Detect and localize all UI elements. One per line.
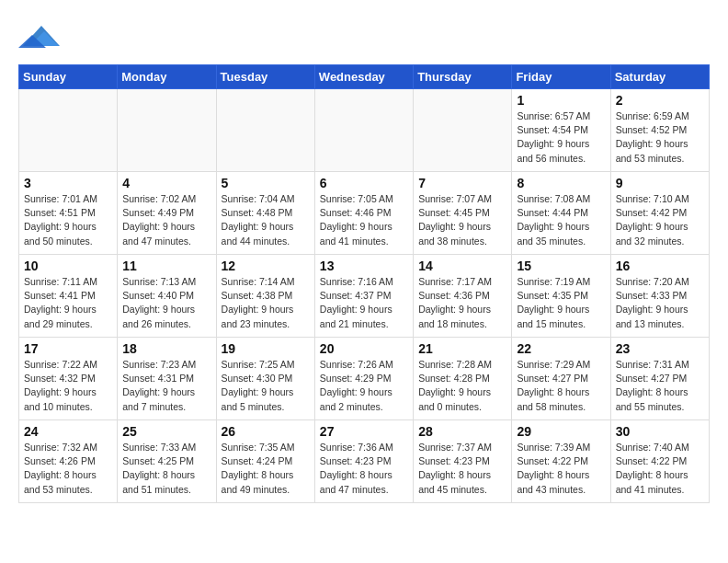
weekday-header-friday: Friday: [512, 65, 610, 89]
calendar-cell: 13Sunrise: 7:16 AM Sunset: 4:37 PM Dayli…: [314, 255, 413, 338]
day-info: Sunrise: 7:33 AM Sunset: 4:25 PM Dayligh…: [122, 441, 210, 497]
weekday-header-thursday: Thursday: [414, 65, 512, 89]
day-info: Sunrise: 7:28 AM Sunset: 4:28 PM Dayligh…: [418, 358, 506, 414]
calendar-cell: 27Sunrise: 7:36 AM Sunset: 4:23 PM Dayli…: [314, 420, 413, 503]
logo: [18, 18, 68, 55]
calendar-cell: 9Sunrise: 7:10 AM Sunset: 4:42 PM Daylig…: [610, 172, 709, 255]
day-info: Sunrise: 7:20 AM Sunset: 4:33 PM Dayligh…: [616, 275, 704, 331]
day-number: 11: [122, 259, 210, 273]
calendar-table: SundayMondayTuesdayWednesdayThursdayFrid…: [18, 64, 710, 503]
calendar-cell: [414, 89, 512, 172]
calendar-cell: 26Sunrise: 7:35 AM Sunset: 4:24 PM Dayli…: [216, 420, 314, 503]
day-number: 22: [517, 341, 605, 356]
week-row-0: 1Sunrise: 6:57 AM Sunset: 4:54 PM Daylig…: [19, 89, 710, 172]
calendar-cell: 28Sunrise: 7:37 AM Sunset: 4:23 PM Dayli…: [414, 420, 512, 503]
day-number: 7: [418, 176, 506, 190]
day-number: 24: [24, 424, 112, 439]
day-info: Sunrise: 7:05 AM Sunset: 4:46 PM Dayligh…: [320, 192, 408, 248]
day-number: 20: [320, 341, 408, 356]
calendar-cell: 2Sunrise: 6:59 AM Sunset: 4:52 PM Daylig…: [610, 89, 709, 172]
day-info: Sunrise: 7:35 AM Sunset: 4:24 PM Dayligh…: [222, 441, 310, 497]
day-number: 23: [616, 341, 704, 356]
day-info: Sunrise: 7:04 AM Sunset: 4:48 PM Dayligh…: [222, 192, 310, 248]
page-header: [18, 18, 710, 55]
day-info: Sunrise: 7:08 AM Sunset: 4:44 PM Dayligh…: [517, 192, 605, 248]
day-number: 14: [418, 259, 506, 273]
weekday-header-row: SundayMondayTuesdayWednesdayThursdayFrid…: [19, 65, 710, 89]
day-info: Sunrise: 7:26 AM Sunset: 4:29 PM Dayligh…: [320, 358, 408, 414]
calendar-cell: 8Sunrise: 7:08 AM Sunset: 4:44 PM Daylig…: [512, 172, 610, 255]
week-row-3: 17Sunrise: 7:22 AM Sunset: 4:32 PM Dayli…: [19, 338, 710, 420]
calendar-cell: 20Sunrise: 7:26 AM Sunset: 4:29 PM Dayli…: [314, 338, 413, 420]
day-number: 9: [616, 176, 704, 190]
calendar-cell: 22Sunrise: 7:29 AM Sunset: 4:27 PM Dayli…: [512, 338, 610, 420]
weekday-header-saturday: Saturday: [610, 65, 709, 89]
day-number: 15: [517, 259, 605, 273]
calendar-cell: 14Sunrise: 7:17 AM Sunset: 4:36 PM Dayli…: [414, 255, 512, 338]
logo-icon: [18, 18, 64, 55]
calendar-cell: 19Sunrise: 7:25 AM Sunset: 4:30 PM Dayli…: [216, 338, 314, 420]
calendar-cell: 15Sunrise: 7:19 AM Sunset: 4:35 PM Dayli…: [512, 255, 610, 338]
day-info: Sunrise: 7:11 AM Sunset: 4:41 PM Dayligh…: [24, 275, 112, 331]
calendar-cell: 30Sunrise: 7:40 AM Sunset: 4:22 PM Dayli…: [610, 420, 709, 503]
day-number: 28: [418, 424, 506, 439]
weekday-header-sunday: Sunday: [19, 65, 118, 89]
calendar-cell: 21Sunrise: 7:28 AM Sunset: 4:28 PM Dayli…: [414, 338, 512, 420]
day-number: 5: [222, 176, 310, 190]
calendar-cell: 18Sunrise: 7:23 AM Sunset: 4:31 PM Dayli…: [118, 338, 216, 420]
day-info: Sunrise: 7:23 AM Sunset: 4:31 PM Dayligh…: [122, 358, 210, 414]
day-info: Sunrise: 7:29 AM Sunset: 4:27 PM Dayligh…: [517, 358, 605, 414]
calendar-cell: [118, 89, 216, 172]
weekday-header-monday: Monday: [118, 65, 216, 89]
day-info: Sunrise: 7:13 AM Sunset: 4:40 PM Dayligh…: [122, 275, 210, 331]
day-info: Sunrise: 7:14 AM Sunset: 4:38 PM Dayligh…: [222, 275, 310, 331]
day-info: Sunrise: 7:32 AM Sunset: 4:26 PM Dayligh…: [24, 441, 112, 497]
calendar-cell: 1Sunrise: 6:57 AM Sunset: 4:54 PM Daylig…: [512, 89, 610, 172]
day-number: 10: [24, 259, 112, 273]
day-number: 30: [616, 424, 704, 439]
day-info: Sunrise: 6:57 AM Sunset: 4:54 PM Dayligh…: [517, 109, 605, 166]
day-info: Sunrise: 7:02 AM Sunset: 4:49 PM Dayligh…: [122, 192, 210, 248]
week-row-4: 24Sunrise: 7:32 AM Sunset: 4:26 PM Dayli…: [19, 420, 710, 503]
day-info: Sunrise: 7:37 AM Sunset: 4:23 PM Dayligh…: [418, 441, 506, 497]
day-number: 6: [320, 176, 408, 190]
calendar-cell: [216, 89, 314, 172]
calendar-cell: 29Sunrise: 7:39 AM Sunset: 4:22 PM Dayli…: [512, 420, 610, 503]
calendar-cell: [19, 89, 118, 172]
day-number: 12: [222, 259, 310, 273]
day-number: 1: [517, 93, 605, 108]
day-number: 4: [122, 176, 210, 190]
calendar-cell: 10Sunrise: 7:11 AM Sunset: 4:41 PM Dayli…: [19, 255, 118, 338]
calendar-cell: 23Sunrise: 7:31 AM Sunset: 4:27 PM Dayli…: [610, 338, 709, 420]
day-number: 13: [320, 259, 408, 273]
day-number: 3: [24, 176, 112, 190]
calendar-cell: 3Sunrise: 7:01 AM Sunset: 4:51 PM Daylig…: [19, 172, 118, 255]
day-number: 19: [222, 341, 310, 356]
calendar-cell: 11Sunrise: 7:13 AM Sunset: 4:40 PM Dayli…: [118, 255, 216, 338]
day-info: Sunrise: 7:39 AM Sunset: 4:22 PM Dayligh…: [517, 441, 605, 497]
day-info: Sunrise: 7:19 AM Sunset: 4:35 PM Dayligh…: [517, 275, 605, 331]
calendar-cell: 7Sunrise: 7:07 AM Sunset: 4:45 PM Daylig…: [414, 172, 512, 255]
calendar-cell: 6Sunrise: 7:05 AM Sunset: 4:46 PM Daylig…: [314, 172, 413, 255]
day-info: Sunrise: 7:25 AM Sunset: 4:30 PM Dayligh…: [222, 358, 310, 414]
day-info: Sunrise: 7:40 AM Sunset: 4:22 PM Dayligh…: [616, 441, 704, 497]
day-number: 16: [616, 259, 704, 273]
calendar-cell: 24Sunrise: 7:32 AM Sunset: 4:26 PM Dayli…: [19, 420, 118, 503]
calendar-cell: 12Sunrise: 7:14 AM Sunset: 4:38 PM Dayli…: [216, 255, 314, 338]
day-number: 8: [517, 176, 605, 190]
calendar-cell: 5Sunrise: 7:04 AM Sunset: 4:48 PM Daylig…: [216, 172, 314, 255]
day-number: 17: [24, 341, 112, 356]
day-info: Sunrise: 7:16 AM Sunset: 4:37 PM Dayligh…: [320, 275, 408, 331]
weekday-header-tuesday: Tuesday: [216, 65, 314, 89]
day-info: Sunrise: 7:22 AM Sunset: 4:32 PM Dayligh…: [24, 358, 112, 414]
calendar-cell: 25Sunrise: 7:33 AM Sunset: 4:25 PM Dayli…: [118, 420, 216, 503]
day-number: 27: [320, 424, 408, 439]
day-number: 29: [517, 424, 605, 439]
day-info: Sunrise: 6:59 AM Sunset: 4:52 PM Dayligh…: [616, 109, 704, 166]
weekday-header-wednesday: Wednesday: [314, 65, 413, 89]
week-row-2: 10Sunrise: 7:11 AM Sunset: 4:41 PM Dayli…: [19, 255, 710, 338]
day-info: Sunrise: 7:31 AM Sunset: 4:27 PM Dayligh…: [616, 358, 704, 414]
day-number: 25: [122, 424, 210, 439]
calendar-cell: 4Sunrise: 7:02 AM Sunset: 4:49 PM Daylig…: [118, 172, 216, 255]
calendar-cell: [314, 89, 413, 172]
